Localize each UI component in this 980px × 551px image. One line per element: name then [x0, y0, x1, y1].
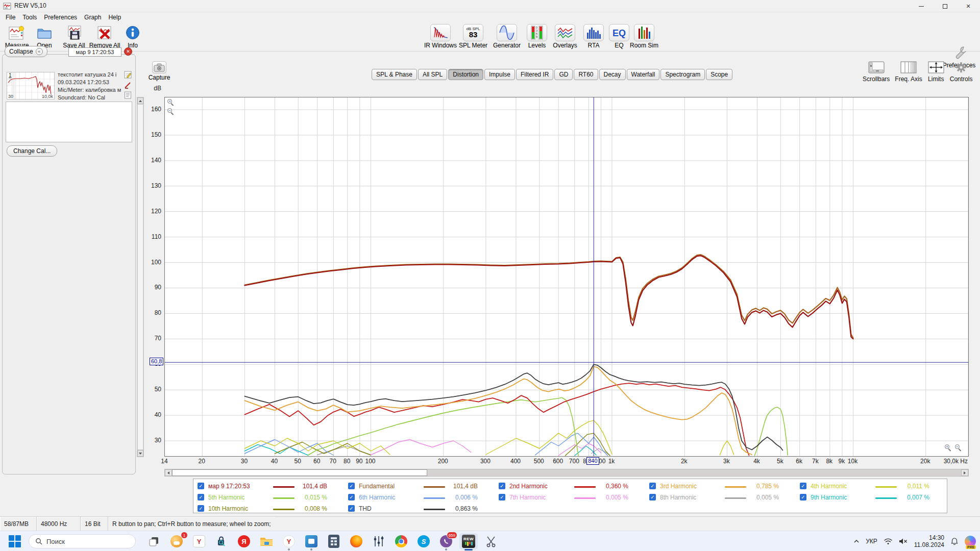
taskbar-photos-app-icon[interactable]	[302, 533, 321, 549]
room-sim-button[interactable]: Room Sim	[627, 24, 662, 49]
volume-muted-icon[interactable]	[899, 538, 908, 545]
menu-graph[interactable]: Graph	[81, 13, 105, 21]
limits-button[interactable]: Limits	[927, 60, 945, 83]
taskbar-rew-app-icon[interactable]: REW	[459, 533, 478, 549]
legend-checkbox[interactable]: ✓	[800, 494, 806, 500]
taskbar-chrome-icon[interactable]	[392, 533, 410, 549]
taskbar-skype-icon[interactable]: S	[414, 533, 433, 549]
generator-button[interactable]: Generator	[489, 24, 524, 49]
tab-rt60[interactable]: RT60	[574, 69, 598, 80]
copilot-icon[interactable]: PRE	[965, 536, 976, 547]
open-button[interactable]: Open	[28, 24, 61, 49]
svg-text:9: 9	[536, 35, 537, 38]
legend-checkbox[interactable]: ✓	[499, 483, 505, 489]
taskbar-snipping-tool-icon[interactable]	[482, 533, 500, 549]
start-button[interactable]	[8, 535, 21, 548]
scrollbars-button[interactable]: Scrollbars	[863, 60, 890, 83]
edit-notes-icon[interactable]	[124, 71, 132, 79]
tab-all-spl[interactable]: All SPL	[418, 69, 447, 80]
measurement-list[interactable]	[6, 102, 132, 142]
zoom-in-y-icon[interactable]: +	[167, 99, 175, 107]
legend-line-swatch	[424, 509, 445, 510]
horizontal-scrollbar[interactable]	[164, 469, 969, 477]
legend-checkbox[interactable]: ✓	[649, 494, 656, 500]
change-cal-button[interactable]: Change Cal...	[7, 145, 57, 157]
taskbar-viber-icon[interactable]: 659	[437, 533, 455, 549]
legend-checkbox[interactable]: ✓	[198, 483, 204, 489]
legend-checkbox[interactable]: ✓	[198, 505, 204, 512]
trace-color-icon[interactable]	[124, 81, 132, 89]
taskbar-sketch-app-icon[interactable]: Y	[190, 533, 208, 549]
legend-entry-7th-harmonic: ✓7th Harmonic0,005 %	[499, 493, 647, 502]
freq-axis-button[interactable]: Freq. Axis	[895, 60, 922, 83]
tab-decay[interactable]: Decay	[599, 69, 626, 80]
tab-gd[interactable]: GD	[554, 69, 573, 80]
zoom-out-x-icon[interactable]: −	[955, 444, 963, 452]
legend-label: 6th Harmonic	[359, 494, 395, 501]
taskbar-edge-icon[interactable]: 1	[167, 533, 186, 549]
search-input[interactable]: Поиск	[29, 534, 136, 548]
scroll-right-icon[interactable]	[961, 469, 968, 476]
taskbar-file-explorer-icon[interactable]	[257, 533, 276, 549]
taskbar-calculator-icon[interactable]	[325, 533, 343, 549]
legend-entry-thd: ✓THD0,863 %	[348, 505, 496, 513]
taskbar-privacy-tool-icon[interactable]	[212, 533, 231, 549]
ir-windows-icon	[430, 24, 451, 41]
collapse-button[interactable]: Collapse «	[5, 46, 47, 57]
menu-preferences[interactable]: Preferences	[40, 13, 81, 21]
zoom-in-x-icon[interactable]: +	[945, 444, 952, 452]
close-button[interactable]: ✕	[957, 0, 980, 12]
tab-spl-phase[interactable]: SPL & Phase	[372, 69, 417, 80]
legend-checkbox[interactable]: ✓	[348, 494, 355, 500]
notifications-bell-icon[interactable]	[950, 537, 959, 545]
taskbar-yandex-icon[interactable]: Я	[235, 533, 253, 549]
hidden-icons-chevron-icon[interactable]	[853, 539, 860, 544]
maximize-button[interactable]	[933, 0, 957, 12]
scroll-left-icon[interactable]	[165, 469, 172, 476]
capture-button[interactable]: Capture	[146, 61, 173, 81]
wifi-icon[interactable]	[884, 538, 893, 545]
tab-waterfall[interactable]: Waterfall	[627, 69, 660, 80]
taskbar-firefox-icon[interactable]	[347, 533, 365, 549]
controls-button[interactable]: Controls	[950, 60, 973, 83]
y-tick-label: 80	[142, 309, 161, 316]
legend-checkbox[interactable]: ✓	[800, 483, 806, 489]
change-cal-label: Change Cal...	[13, 147, 51, 155]
measurement-thumbnail[interactable]: 1 30 10,0k	[7, 72, 55, 99]
language-indicator[interactable]: УКР	[866, 538, 877, 545]
tab-distortion[interactable]: Distortion	[448, 69, 483, 80]
notification-badge: 1	[181, 532, 188, 539]
legend-line-swatch	[424, 486, 445, 488]
measurement-notes-icon[interactable]	[124, 91, 132, 99]
zoom-out-y-icon[interactable]: −	[167, 108, 175, 116]
legend-checkbox[interactable]: ✓	[348, 505, 355, 512]
save-all-button[interactable]: Save All	[58, 24, 90, 49]
tab-spectrogram[interactable]: Spectrogram	[660, 69, 705, 80]
distortion-plot[interactable]: + − + −	[164, 97, 969, 457]
tab-impulse[interactable]: Impulse	[484, 69, 515, 80]
measurement-name-input[interactable]: мар 9 17:20:53	[68, 47, 121, 57]
info-button[interactable]: Info	[116, 24, 149, 49]
remove-measurement-icon[interactable]: ✕	[124, 47, 132, 56]
y-tick-label: 100	[142, 259, 161, 266]
menu-file[interactable]: File	[2, 13, 19, 21]
tab-filtered-ir[interactable]: Filtered IR	[516, 69, 553, 80]
legend-checkbox[interactable]: ✓	[499, 494, 505, 500]
taskbar-yandex-browser-icon[interactable]: Y	[280, 533, 298, 549]
minimize-button[interactable]	[910, 0, 933, 12]
taskbar-task-view-icon[interactable]	[145, 533, 163, 549]
legend-checkbox[interactable]: ✓	[348, 483, 355, 489]
search-icon	[35, 538, 42, 545]
legend-checkbox[interactable]: ✓	[198, 494, 204, 500]
legend-checkbox[interactable]: ✓	[649, 483, 656, 489]
menu-help[interactable]: Help	[105, 13, 125, 21]
taskbar-volume-mixer-icon[interactable]	[370, 533, 388, 549]
clock[interactable]: 14:30 11.08.2024	[914, 534, 944, 548]
menu-tools[interactable]: Tools	[19, 13, 40, 21]
ir-windows-button[interactable]: IR Windows	[423, 24, 458, 49]
legend-value: 0,007 %	[899, 494, 929, 501]
plot-canvas[interactable]	[165, 97, 968, 456]
tab-scope[interactable]: Scope	[706, 69, 732, 80]
horizontal-scroll-thumb[interactable]	[172, 469, 427, 476]
spl-meter-button[interactable]: dB SPL83SPL Meter	[456, 24, 491, 49]
